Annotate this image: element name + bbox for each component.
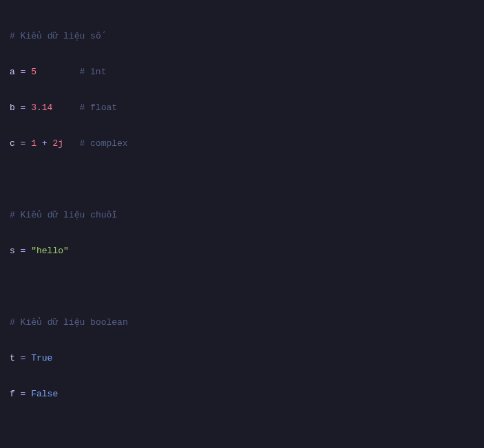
code-line: # Kiểu dữ liệu chuỗi [10, 206, 474, 224]
operator: = [15, 353, 31, 363]
code-line: f = False [10, 385, 474, 403]
code-block: # Kiểu dữ liệu số a = 5 # int b = 3.14 #… [10, 10, 474, 448]
operator: = [15, 103, 31, 113]
keyword: True [31, 353, 52, 363]
space [36, 67, 79, 77]
number: 1 [31, 138, 36, 149]
number: 5 [31, 67, 36, 77]
variable: s [10, 246, 15, 256]
variable: f [10, 389, 15, 399]
keyword: False [31, 389, 58, 399]
operator: = [15, 138, 31, 149]
space [63, 138, 79, 149]
string: "hello" [31, 246, 69, 256]
variable: b [10, 103, 15, 113]
code-line: c = 1 + 2j # complex [10, 135, 474, 153]
comment: # Kiểu dữ liệu boolean [10, 317, 128, 328]
variable: c [10, 138, 15, 149]
number: 2j [52, 138, 63, 149]
operator: + [36, 138, 52, 149]
comment: # Kiểu dữ liệu số [10, 31, 101, 41]
code-line: # Kiểu dữ liệu boolean [10, 314, 474, 332]
comment: # complex [79, 138, 127, 149]
space [52, 103, 79, 113]
blank-line [10, 421, 474, 439]
operator: = [15, 67, 31, 77]
operator: = [15, 389, 31, 399]
code-line: a = 5 # int [10, 63, 474, 81]
number: 3.14 [31, 103, 52, 113]
comment: # int [79, 67, 106, 77]
operator: = [15, 246, 31, 256]
code-line: b = 3.14 # float [10, 99, 474, 117]
variable: t [10, 353, 15, 363]
comment: # Kiểu dữ liệu chuỗi [10, 210, 117, 220]
comment: # float [79, 103, 117, 113]
blank-line [10, 171, 474, 189]
blank-line [10, 278, 474, 296]
code-line: s = "hello" [10, 242, 474, 260]
variable: a [10, 67, 15, 77]
code-line: t = True [10, 350, 474, 367]
code-line: # Kiểu dữ liệu số [10, 28, 474, 45]
